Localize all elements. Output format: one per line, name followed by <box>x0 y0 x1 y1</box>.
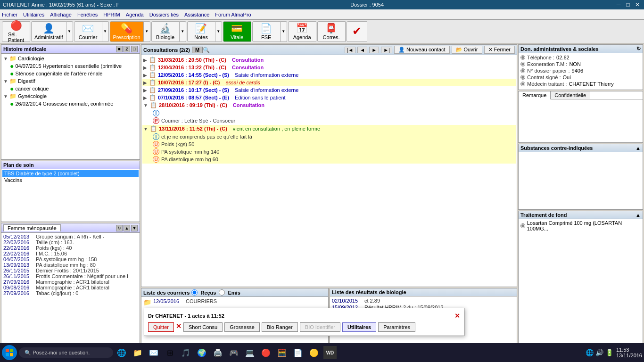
corres-button[interactable]: 📮 Corres. <box>317 21 346 42</box>
taskbar-icon-calc[interactable]: 🧮 <box>275 346 289 359</box>
taskbar-icon-game[interactable]: 🎮 <box>227 346 240 359</box>
consult-entry-header[interactable]: ▶ 📋 27/09/2016 : 10:17 (Sect) - (S) Sais… <box>143 87 515 93</box>
radio-emis[interactable] <box>219 289 225 296</box>
menu-fenetres[interactable]: Fenêtres <box>77 12 98 17</box>
tree-folder-digestif[interactable]: ▼ 📁 Digestif <box>2 77 139 85</box>
radio-recus[interactable] <box>191 289 198 296</box>
expand-btn[interactable]: ▶ <box>143 95 147 100</box>
sel-patient-button[interactable]: 🔴 Sél.Patient <box>2 21 30 42</box>
taskbar-icon-music[interactable]: 🎵 <box>179 346 192 359</box>
courrier-button[interactable]: ✉️ Courrier <box>74 21 102 42</box>
administratif-arrow[interactable]: ▼ <box>66 21 73 42</box>
validate-button[interactable]: ✔ <box>347 21 367 42</box>
care-plan-item-tbs[interactable]: TBS Diabète de type 2 (complet) <box>2 170 139 177</box>
nav-first[interactable]: |◄ <box>345 47 356 53</box>
dialog-grossesse-btn[interactable]: Grossesse <box>224 322 260 332</box>
dialog-utilitaires-btn[interactable]: Utilitaires <box>342 322 376 332</box>
start-button[interactable] <box>2 345 17 360</box>
dialog-close-button[interactable]: ✕ <box>454 312 460 320</box>
menu-utilitaires[interactable]: Utilitaires <box>23 12 44 17</box>
dialog-short-consu-btn[interactable]: Short Consu <box>183 322 223 332</box>
dialog-bio-identifier-btn[interactable]: BIO Identifier <box>300 322 340 332</box>
courrier-item[interactable]: 📁 12/05/2016 COURRIERS <box>142 298 327 306</box>
dialog-quitter-btn[interactable]: Quitter <box>148 322 174 332</box>
tab-remarque[interactable]: Remarque <box>519 91 551 99</box>
menu-assistance[interactable]: Assistance <box>184 12 209 17</box>
history-icon-3[interactable]: □ <box>131 46 138 52</box>
close-button[interactable]: ✕ <box>634 1 641 8</box>
tab-femme-menopausee[interactable]: Femme ménopausée <box>3 224 61 231</box>
admin-refresh-icon[interactable]: ↻ <box>636 46 641 52</box>
dialog-bio-ranger-btn[interactable]: Bio Ranger <box>262 322 298 332</box>
maximize-button[interactable]: □ <box>624 1 632 8</box>
prescription-button[interactable]: 💊 Prescription <box>110 21 144 42</box>
menu-forum[interactable]: Forum AlmaPro <box>215 12 251 17</box>
menu-hprim[interactable]: HPRIM <box>103 12 120 17</box>
substances-expand-icon[interactable]: ▲ <box>636 145 641 151</box>
bl-icon-up[interactable]: ▲ <box>124 225 130 231</box>
taskbar-icon-pc[interactable]: 💻 <box>243 346 256 359</box>
m-button[interactable]: M <box>192 47 203 53</box>
consult-entry-header[interactable]: ▶ 📋 12/05/2016 : 14:55 (Sect) - (S) Sais… <box>143 72 515 78</box>
nav-prev[interactable]: ◄ <box>357 47 367 53</box>
taskbar-icon-doc[interactable]: 📄 <box>291 346 305 359</box>
nouveau-contact-btn[interactable]: 👤 Nouveau contact <box>394 46 450 54</box>
menu-affichage[interactable]: Affichage <box>50 12 72 17</box>
history-icon-2[interactable]: Z <box>124 46 130 52</box>
biologie-item[interactable]: 02/10/2015 ct 2.89 <box>331 297 516 304</box>
consult-entry-header[interactable]: ▶ 📋 07/10/2016 : 08:57 (Sect) - (E) Edit… <box>143 94 515 101</box>
taskbar-icon-print[interactable]: 🖨️ <box>211 346 224 359</box>
vitale-button[interactable]: 💳 Vitale <box>223 21 251 42</box>
fse-arrow[interactable]: ▼ <box>281 21 287 42</box>
dialog-x-btn[interactable]: ✕ <box>176 322 182 332</box>
biologie-arrow[interactable]: ▼ <box>180 21 186 42</box>
menu-dossiers[interactable]: Dossiers liés <box>149 12 179 17</box>
tree-folder-gynecologie[interactable]: ▼ 📁 Gynécologie <box>2 92 139 100</box>
taskbar-search[interactable]: 🔍 Posez-moi une question. <box>19 347 113 358</box>
courrier-arrow[interactable]: ▼ <box>102 21 109 42</box>
consult-search-icon[interactable]: 🔍 <box>203 47 210 53</box>
dialog-parametres-btn[interactable]: Paramètres <box>378 322 415 332</box>
taskbar-icon-globe[interactable]: 🌍 <box>195 346 208 359</box>
fse-button[interactable]: 📄 FSE <box>252 21 281 42</box>
expand-btn[interactable]: ▶ <box>143 65 147 70</box>
nav-next[interactable]: ► <box>369 47 379 53</box>
consult-entry-header[interactable]: ▶ 📋 12/04/2016 : 13:22 (Thi) - (C) Consu… <box>143 64 515 71</box>
bl-icon-down[interactable]: ▼ <box>131 225 138 231</box>
consult-entry-header[interactable]: ▼ 📋 13/11/2016 : 11:52 (Thi) - (C) vient… <box>143 125 515 132</box>
expand-btn[interactable]: ▶ <box>143 80 147 85</box>
expand-btn[interactable]: ▼ <box>143 103 148 108</box>
biologie-button[interactable]: 🔬 Biologie <box>151 21 180 42</box>
taskbar-icon-yellow[interactable]: 🟡 <box>307 346 321 359</box>
administratif-button[interactable]: 👤 Administratif <box>31 21 66 42</box>
taskbar-icon-files[interactable]: 📁 <box>131 346 144 359</box>
expand-btn[interactable]: ▼ <box>143 126 148 132</box>
history-icon-1[interactable]: ■ <box>116 46 123 52</box>
expand-btn[interactable]: ▶ <box>143 58 147 63</box>
minimize-button[interactable]: ─ <box>615 1 622 8</box>
tab-confidentielle[interactable]: Confidentielle <box>551 91 590 99</box>
care-plan-item-vaccins[interactable]: Vaccins <box>2 177 139 183</box>
fermer-btn[interactable]: ✕ Fermer <box>484 46 515 54</box>
tree-folder-cardiologie[interactable]: ▼ 📁 Cardiologie <box>2 55 139 62</box>
tray-network[interactable]: 🌐 <box>586 349 594 356</box>
expand-btn[interactable]: ▶ <box>143 73 147 78</box>
taskbar-icon-mail[interactable]: ✉️ <box>147 346 160 359</box>
notes-arrow[interactable]: ▼ <box>215 21 222 42</box>
traitement-expand-icon[interactable]: ▲ <box>636 212 641 218</box>
menu-agenda[interactable]: Agenda <box>126 12 144 17</box>
notes-button[interactable]: 📝 Notes <box>187 21 215 42</box>
consult-entry-header[interactable]: ▼ 📋 28/10/2016 : 09:19 (Thi) - (C) Consu… <box>143 102 515 108</box>
agenda-button[interactable]: 📅 Agenda <box>288 21 316 42</box>
taskbar-icon-store[interactable]: ⊞ <box>163 346 176 359</box>
taskbar-icon-ie[interactable]: 🌐 <box>115 346 128 359</box>
tray-volume[interactable]: 🔊 <box>595 349 603 356</box>
bl-icon-refresh[interactable]: ↻ <box>116 225 123 231</box>
consult-entry-header[interactable]: ▶ 📋 10/07/2016 : 17:27 (I) - (C) essai d… <box>143 79 515 86</box>
traitement-item[interactable]: Losartan Comprimé 100 mg (LOSARTAN 100MG… <box>519 219 643 232</box>
taskbar-icon-red[interactable]: 🔴 <box>259 346 272 359</box>
tray-battery[interactable]: 🔋 <box>605 349 613 356</box>
nav-last[interactable]: ►| <box>381 47 392 53</box>
menu-fichier[interactable]: Fichier <box>2 12 17 17</box>
expand-btn[interactable]: ▶ <box>143 88 147 93</box>
